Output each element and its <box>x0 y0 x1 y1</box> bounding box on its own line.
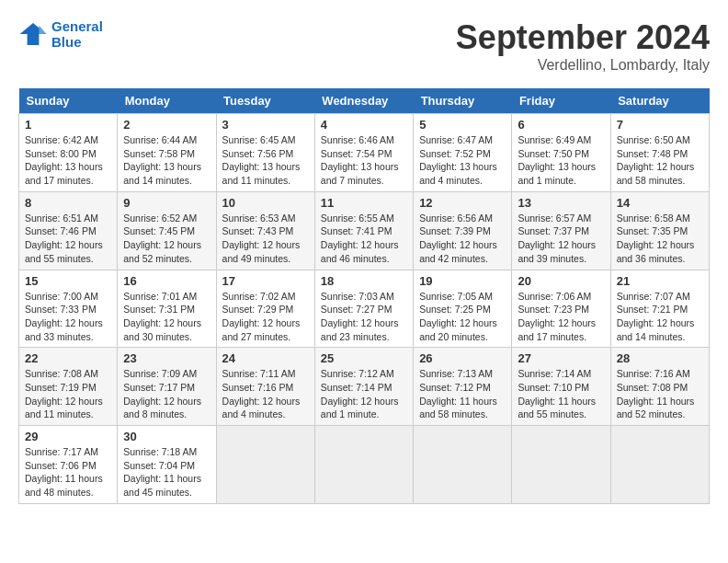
calendar-day-18: 18Sunrise: 7:03 AMSunset: 7:27 PMDayligh… <box>314 270 413 348</box>
calendar-day-23: 23Sunrise: 7:09 AMSunset: 7:17 PMDayligh… <box>118 348 216 426</box>
calendar-day-11: 11Sunrise: 6:55 AMSunset: 7:41 PMDayligh… <box>314 191 413 270</box>
day-number: 16 <box>123 274 210 288</box>
day-info: Sunrise: 6:51 AMSunset: 7:46 PMDaylight:… <box>25 213 103 264</box>
logo: General Blue <box>18 18 103 50</box>
title-block: September 2024 Verdellino, Lombardy, Ita… <box>456 18 710 74</box>
day-info: Sunrise: 7:05 AMSunset: 7:25 PMDaylight:… <box>419 291 497 342</box>
calendar-header-row: SundayMondayTuesdayWednesdayThursdayFrid… <box>19 88 710 114</box>
svg-marker-1 <box>39 25 46 34</box>
logo-icon <box>18 19 48 49</box>
day-info: Sunrise: 6:47 AMSunset: 7:52 PMDaylight:… <box>419 134 497 186</box>
calendar-day-15: 15Sunrise: 7:00 AMSunset: 7:33 PMDayligh… <box>19 270 118 348</box>
day-info: Sunrise: 7:14 AMSunset: 7:10 PMDaylight:… <box>518 368 596 419</box>
day-number: 10 <box>222 196 309 210</box>
calendar-day-27: 27Sunrise: 7:14 AMSunset: 7:10 PMDayligh… <box>512 348 610 426</box>
calendar-day-12: 12Sunrise: 6:56 AMSunset: 7:39 PMDayligh… <box>414 191 512 270</box>
day-number: 25 <box>321 351 407 365</box>
day-number: 18 <box>321 274 407 288</box>
calendar-week-row: 8Sunrise: 6:51 AMSunset: 7:46 PMDaylight… <box>19 191 710 270</box>
calendar-day-13: 13Sunrise: 6:57 AMSunset: 7:37 PMDayligh… <box>512 191 610 270</box>
day-number: 23 <box>123 351 210 365</box>
calendar-empty <box>216 426 314 504</box>
calendar-day-2: 2Sunrise: 6:44 AMSunset: 7:58 PMDaylight… <box>118 114 216 192</box>
month-title: September 2024 <box>456 18 710 57</box>
day-info: Sunrise: 6:50 AMSunset: 7:48 PMDaylight:… <box>617 134 695 186</box>
col-header-saturday: Saturday <box>610 88 709 114</box>
day-number: 30 <box>123 430 210 443</box>
day-number: 22 <box>25 351 111 365</box>
day-number: 14 <box>617 196 703 210</box>
calendar-day-8: 8Sunrise: 6:51 AMSunset: 7:46 PMDaylight… <box>19 191 118 270</box>
col-header-tuesday: Tuesday <box>216 88 314 114</box>
day-info: Sunrise: 6:44 AMSunset: 7:58 PMDaylight:… <box>123 134 201 186</box>
calendar-day-28: 28Sunrise: 7:16 AMSunset: 7:08 PMDayligh… <box>610 348 709 426</box>
calendar-week-row: 15Sunrise: 7:00 AMSunset: 7:33 PMDayligh… <box>19 270 710 348</box>
day-info: Sunrise: 7:11 AMSunset: 7:16 PMDaylight:… <box>222 368 301 419</box>
day-number: 4 <box>321 118 407 132</box>
calendar-day-14: 14Sunrise: 6:58 AMSunset: 7:35 PMDayligh… <box>610 191 709 270</box>
day-info: Sunrise: 7:08 AMSunset: 7:19 PMDaylight:… <box>25 368 103 419</box>
calendar-week-row: 29Sunrise: 7:17 AMSunset: 7:06 PMDayligh… <box>19 426 710 504</box>
calendar-day-16: 16Sunrise: 7:01 AMSunset: 7:31 PMDayligh… <box>118 270 216 348</box>
location: Verdellino, Lombardy, Italy <box>456 57 710 74</box>
col-header-thursday: Thursday <box>414 88 512 114</box>
calendar-day-10: 10Sunrise: 6:53 AMSunset: 7:43 PMDayligh… <box>216 191 314 270</box>
calendar-day-21: 21Sunrise: 7:07 AMSunset: 7:21 PMDayligh… <box>610 270 709 348</box>
day-number: 24 <box>222 351 309 365</box>
day-number: 6 <box>518 118 604 132</box>
page-header: General Blue September 2024 Verdellino, … <box>18 18 710 74</box>
calendar-week-row: 1Sunrise: 6:42 AMSunset: 8:00 PMDaylight… <box>19 114 710 192</box>
calendar-day-9: 9Sunrise: 6:52 AMSunset: 7:45 PMDaylight… <box>118 191 216 270</box>
calendar-week-row: 22Sunrise: 7:08 AMSunset: 7:19 PMDayligh… <box>19 348 710 426</box>
col-header-friday: Friday <box>512 88 610 114</box>
day-number: 2 <box>123 118 210 132</box>
day-number: 19 <box>419 274 506 288</box>
day-info: Sunrise: 7:03 AMSunset: 7:27 PMDaylight:… <box>321 291 399 342</box>
day-info: Sunrise: 7:06 AMSunset: 7:23 PMDaylight:… <box>518 291 596 342</box>
calendar-day-30: 30Sunrise: 7:18 AMSunset: 7:04 PMDayligh… <box>118 426 216 504</box>
calendar-day-4: 4Sunrise: 6:46 AMSunset: 7:54 PMDaylight… <box>314 114 413 192</box>
calendar-day-3: 3Sunrise: 6:45 AMSunset: 7:56 PMDaylight… <box>216 114 314 192</box>
day-number: 8 <box>25 196 111 210</box>
day-info: Sunrise: 6:53 AMSunset: 7:43 PMDaylight:… <box>222 213 301 264</box>
day-number: 15 <box>25 274 111 288</box>
calendar-body: 1Sunrise: 6:42 AMSunset: 8:00 PMDaylight… <box>19 114 710 504</box>
col-header-sunday: Sunday <box>19 88 118 114</box>
day-info: Sunrise: 6:58 AMSunset: 7:35 PMDaylight:… <box>617 213 695 264</box>
day-info: Sunrise: 7:00 AMSunset: 7:33 PMDaylight:… <box>25 291 103 342</box>
day-number: 3 <box>222 118 309 132</box>
calendar-day-24: 24Sunrise: 7:11 AMSunset: 7:16 PMDayligh… <box>216 348 314 426</box>
day-number: 9 <box>123 196 210 210</box>
calendar-empty <box>414 426 512 504</box>
day-number: 29 <box>25 430 111 443</box>
calendar-day-5: 5Sunrise: 6:47 AMSunset: 7:52 PMDaylight… <box>414 114 512 192</box>
calendar-empty <box>314 426 413 504</box>
day-info: Sunrise: 6:42 AMSunset: 8:00 PMDaylight:… <box>25 134 103 186</box>
day-info: Sunrise: 6:49 AMSunset: 7:50 PMDaylight:… <box>518 134 596 186</box>
day-number: 21 <box>617 274 703 288</box>
calendar-empty <box>610 426 709 504</box>
calendar-table: SundayMondayTuesdayWednesdayThursdayFrid… <box>18 88 710 504</box>
day-info: Sunrise: 6:45 AMSunset: 7:56 PMDaylight:… <box>222 134 301 186</box>
day-number: 7 <box>617 118 703 132</box>
day-info: Sunrise: 7:18 AMSunset: 7:04 PMDaylight:… <box>123 446 201 498</box>
day-number: 5 <box>419 118 506 132</box>
day-info: Sunrise: 6:55 AMSunset: 7:41 PMDaylight:… <box>321 213 399 264</box>
day-number: 1 <box>25 118 111 132</box>
calendar-day-17: 17Sunrise: 7:02 AMSunset: 7:29 PMDayligh… <box>216 270 314 348</box>
calendar-day-1: 1Sunrise: 6:42 AMSunset: 8:00 PMDaylight… <box>19 114 118 192</box>
logo-text: General Blue <box>51 18 103 50</box>
calendar-day-7: 7Sunrise: 6:50 AMSunset: 7:48 PMDaylight… <box>610 114 709 192</box>
col-header-wednesday: Wednesday <box>314 88 413 114</box>
day-info: Sunrise: 7:13 AMSunset: 7:12 PMDaylight:… <box>419 368 497 419</box>
calendar-day-22: 22Sunrise: 7:08 AMSunset: 7:19 PMDayligh… <box>19 348 118 426</box>
day-number: 17 <box>222 274 309 288</box>
day-info: Sunrise: 7:17 AMSunset: 7:06 PMDaylight:… <box>25 446 103 498</box>
day-info: Sunrise: 7:02 AMSunset: 7:29 PMDaylight:… <box>222 291 301 342</box>
day-number: 26 <box>419 351 506 365</box>
day-info: Sunrise: 7:09 AMSunset: 7:17 PMDaylight:… <box>123 368 201 419</box>
col-header-monday: Monday <box>118 88 216 114</box>
calendar-day-20: 20Sunrise: 7:06 AMSunset: 7:23 PMDayligh… <box>512 270 610 348</box>
day-number: 20 <box>518 274 604 288</box>
calendar-day-19: 19Sunrise: 7:05 AMSunset: 7:25 PMDayligh… <box>414 270 512 348</box>
